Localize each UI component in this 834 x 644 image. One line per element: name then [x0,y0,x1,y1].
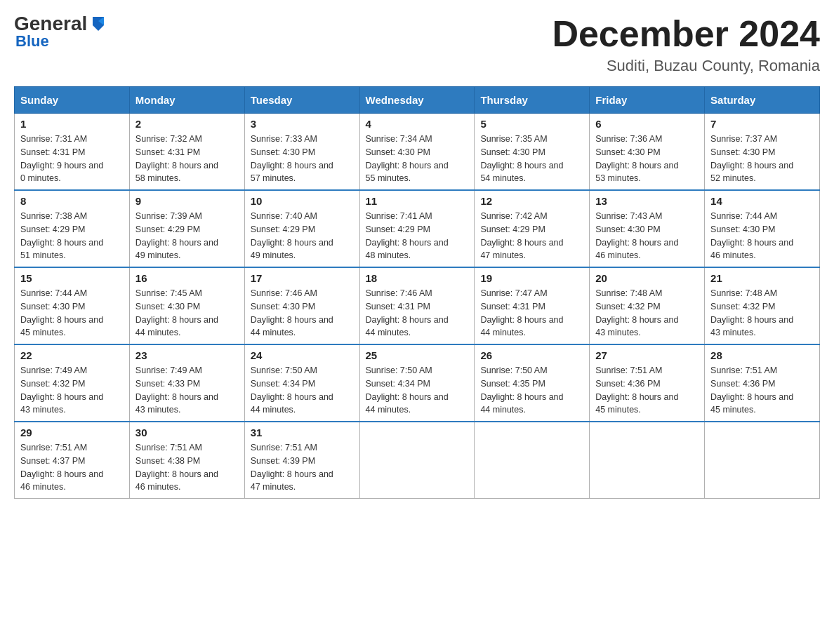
table-row: 24Sunrise: 7:50 AMSunset: 4:34 PMDayligh… [244,344,359,422]
table-row: 20Sunrise: 7:48 AMSunset: 4:32 PMDayligh… [590,267,705,344]
day-info: Sunrise: 7:51 AMSunset: 4:39 PMDaylight:… [251,441,354,494]
day-number: 31 [251,427,354,438]
day-number: 12 [480,195,583,207]
logo-arrow-icon [88,14,108,34]
col-tuesday: Tuesday [244,87,359,114]
logo-text-blue: Blue [15,32,49,51]
page-header: General Blue December 2024 Suditi, Buzau… [14,14,820,75]
day-number: 24 [251,349,354,361]
title-section: December 2024 Suditi, Buzau County, Roma… [552,14,820,75]
table-row: 7Sunrise: 7:37 AMSunset: 4:30 PMDaylight… [705,114,820,191]
day-info: Sunrise: 7:49 AMSunset: 4:33 PMDaylight:… [135,364,239,417]
day-info: Sunrise: 7:33 AMSunset: 4:30 PMDaylight:… [251,133,354,185]
day-number: 29 [20,427,124,438]
col-saturday: Saturday [705,87,820,114]
table-row: 22Sunrise: 7:49 AMSunset: 4:32 PMDayligh… [15,344,130,422]
calendar-header-row: Sunday Monday Tuesday Wednesday Thursday… [15,87,820,114]
col-thursday: Thursday [475,87,590,114]
table-row: 15Sunrise: 7:44 AMSunset: 4:30 PMDayligh… [15,267,130,344]
day-info: Sunrise: 7:34 AMSunset: 4:30 PMDaylight:… [366,133,469,185]
table-row: 10Sunrise: 7:40 AMSunset: 4:29 PMDayligh… [244,190,359,267]
day-info: Sunrise: 7:44 AMSunset: 4:30 PMDaylight:… [20,287,124,340]
day-info: Sunrise: 7:46 AMSunset: 4:31 PMDaylight:… [366,287,469,340]
table-row: 18Sunrise: 7:46 AMSunset: 4:31 PMDayligh… [359,267,475,344]
table-row: 1Sunrise: 7:31 AMSunset: 4:31 PMDaylight… [15,114,130,191]
day-number: 8 [20,195,124,207]
day-info: Sunrise: 7:51 AMSunset: 4:36 PMDaylight:… [710,364,814,417]
table-row: 6Sunrise: 7:36 AMSunset: 4:30 PMDaylight… [590,114,705,191]
table-row: 21Sunrise: 7:48 AMSunset: 4:32 PMDayligh… [705,267,820,344]
day-info: Sunrise: 7:47 AMSunset: 4:31 PMDaylight:… [480,287,583,340]
col-monday: Monday [129,87,244,114]
day-number: 6 [595,118,699,130]
day-number: 22 [20,349,124,361]
day-number: 5 [480,118,583,130]
calendar-week-row: 22Sunrise: 7:49 AMSunset: 4:32 PMDayligh… [15,344,820,422]
col-friday: Friday [590,87,705,114]
day-info: Sunrise: 7:35 AMSunset: 4:30 PMDaylight:… [480,133,583,185]
day-number: 9 [135,195,239,207]
day-info: Sunrise: 7:40 AMSunset: 4:29 PMDaylight:… [251,210,354,262]
day-number: 3 [251,118,354,130]
day-number: 23 [135,349,239,361]
day-number: 18 [366,272,469,284]
day-info: Sunrise: 7:45 AMSunset: 4:30 PMDaylight:… [135,287,239,340]
day-info: Sunrise: 7:42 AMSunset: 4:29 PMDaylight:… [480,210,583,262]
day-info: Sunrise: 7:46 AMSunset: 4:30 PMDaylight:… [251,287,354,340]
day-info: Sunrise: 7:51 AMSunset: 4:37 PMDaylight:… [20,441,124,494]
calendar-week-row: 1Sunrise: 7:31 AMSunset: 4:31 PMDaylight… [15,114,820,191]
table-row: 17Sunrise: 7:46 AMSunset: 4:30 PMDayligh… [244,267,359,344]
month-title: December 2024 [552,14,820,54]
day-info: Sunrise: 7:50 AMSunset: 4:34 PMDaylight:… [366,364,469,417]
day-info: Sunrise: 7:31 AMSunset: 4:31 PMDaylight:… [20,133,124,185]
table-row [590,422,705,499]
table-row: 23Sunrise: 7:49 AMSunset: 4:33 PMDayligh… [129,344,244,422]
table-row: 11Sunrise: 7:41 AMSunset: 4:29 PMDayligh… [359,190,475,267]
day-number: 13 [595,195,699,207]
table-row: 8Sunrise: 7:38 AMSunset: 4:29 PMDaylight… [15,190,130,267]
day-number: 27 [595,349,699,361]
logo-text-general: General [14,14,87,34]
table-row: 27Sunrise: 7:51 AMSunset: 4:36 PMDayligh… [590,344,705,422]
day-info: Sunrise: 7:38 AMSunset: 4:29 PMDaylight:… [20,210,124,262]
day-number: 28 [710,349,814,361]
day-info: Sunrise: 7:50 AMSunset: 4:34 PMDaylight:… [251,364,354,417]
table-row: 14Sunrise: 7:44 AMSunset: 4:30 PMDayligh… [705,190,820,267]
table-row [475,422,590,499]
day-number: 11 [366,195,469,207]
location-title: Suditi, Buzau County, Romania [552,57,820,75]
day-info: Sunrise: 7:44 AMSunset: 4:30 PMDaylight:… [710,210,814,262]
table-row [359,422,475,499]
table-row: 28Sunrise: 7:51 AMSunset: 4:36 PMDayligh… [705,344,820,422]
day-number: 25 [366,349,469,361]
calendar-week-row: 29Sunrise: 7:51 AMSunset: 4:37 PMDayligh… [15,422,820,499]
day-info: Sunrise: 7:51 AMSunset: 4:36 PMDaylight:… [595,364,699,417]
table-row: 4Sunrise: 7:34 AMSunset: 4:30 PMDaylight… [359,114,475,191]
day-number: 14 [710,195,814,207]
table-row: 16Sunrise: 7:45 AMSunset: 4:30 PMDayligh… [129,267,244,344]
col-sunday: Sunday [15,87,130,114]
table-row: 5Sunrise: 7:35 AMSunset: 4:30 PMDaylight… [475,114,590,191]
table-row: 25Sunrise: 7:50 AMSunset: 4:34 PMDayligh… [359,344,475,422]
table-row: 12Sunrise: 7:42 AMSunset: 4:29 PMDayligh… [475,190,590,267]
calendar-week-row: 8Sunrise: 7:38 AMSunset: 4:29 PMDaylight… [15,190,820,267]
day-info: Sunrise: 7:49 AMSunset: 4:32 PMDaylight:… [20,364,124,417]
calendar-table: Sunday Monday Tuesday Wednesday Thursday… [14,86,820,499]
day-info: Sunrise: 7:39 AMSunset: 4:29 PMDaylight:… [135,210,239,262]
day-info: Sunrise: 7:51 AMSunset: 4:38 PMDaylight:… [135,441,239,494]
table-row: 31Sunrise: 7:51 AMSunset: 4:39 PMDayligh… [244,422,359,499]
day-info: Sunrise: 7:48 AMSunset: 4:32 PMDaylight:… [595,287,699,340]
day-number: 20 [595,272,699,284]
day-info: Sunrise: 7:41 AMSunset: 4:29 PMDaylight:… [366,210,469,262]
table-row: 19Sunrise: 7:47 AMSunset: 4:31 PMDayligh… [475,267,590,344]
day-number: 17 [251,272,354,284]
day-number: 30 [135,427,239,438]
day-number: 10 [251,195,354,207]
day-info: Sunrise: 7:48 AMSunset: 4:32 PMDaylight:… [710,287,814,340]
calendar-week-row: 15Sunrise: 7:44 AMSunset: 4:30 PMDayligh… [15,267,820,344]
logo: General Blue [14,14,108,51]
table-row: 9Sunrise: 7:39 AMSunset: 4:29 PMDaylight… [129,190,244,267]
table-row: 2Sunrise: 7:32 AMSunset: 4:31 PMDaylight… [129,114,244,191]
day-number: 4 [366,118,469,130]
day-number: 7 [710,118,814,130]
